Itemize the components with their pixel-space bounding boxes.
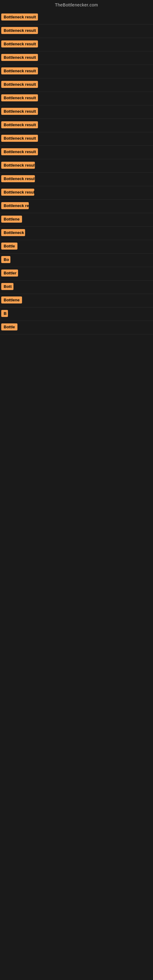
bottleneck-badge[interactable]: Bottleneck result (1, 189, 34, 196)
result-row: B (0, 307, 153, 321)
result-row: Bottleneck result (0, 38, 153, 51)
result-row: Bottle (0, 240, 153, 254)
result-row: Bott (0, 280, 153, 294)
result-row: Bottleneck result (0, 132, 153, 146)
result-row: Bottleneck result (0, 173, 153, 186)
bottleneck-badge[interactable]: Bottleneck result (1, 94, 38, 101)
result-row: Bo (0, 254, 153, 267)
bottleneck-badge[interactable]: Bottleneck result (1, 81, 38, 88)
bottleneck-badge[interactable]: Bottleneck result (1, 108, 38, 115)
site-title: TheBottlenecker.com (0, 0, 153, 11)
result-row: Bottleneck result (0, 51, 153, 65)
bottleneck-badge[interactable]: Bottleneck result (1, 54, 38, 61)
bottleneck-badge[interactable]: Bottleneck result (1, 27, 38, 34)
bottleneck-badge[interactable]: Bottleneck result (1, 148, 38, 155)
result-row: Bottleneck result (0, 119, 153, 132)
result-row: Bottlene (0, 294, 153, 307)
bottleneck-badge[interactable]: B (1, 310, 8, 317)
bottleneck-badge[interactable]: Bottle (1, 323, 18, 331)
badges-container: Bottleneck resultBottleneck resultBottle… (0, 11, 153, 334)
result-row: Bottleneck result (0, 65, 153, 78)
result-row: Bottleneck result (0, 11, 153, 24)
bottleneck-badge[interactable]: Bottle (1, 243, 18, 250)
result-row: Bottleneck result (0, 78, 153, 92)
bottleneck-badge[interactable]: Bottleneck result (1, 175, 35, 182)
result-row: Bottleneck result (0, 105, 153, 119)
result-row: Bottler (0, 267, 153, 280)
bottleneck-badge[interactable]: Bottleneck (1, 229, 25, 236)
bottleneck-badge[interactable]: Bo (1, 256, 10, 263)
bottleneck-badge[interactable]: Bottleneck result (1, 135, 38, 142)
bottleneck-badge[interactable]: Bottlene (1, 216, 22, 223)
result-row: Bottleneck (0, 227, 153, 240)
result-row: Bottlene (0, 213, 153, 227)
bottleneck-badge[interactable]: Bottleneck result (1, 162, 35, 169)
result-row: Bottleneck result (0, 186, 153, 200)
bottleneck-badge[interactable]: Bottler (1, 269, 18, 277)
bottleneck-badge[interactable]: Bottleneck re (1, 202, 29, 209)
bottleneck-badge[interactable]: Bottleneck result (1, 121, 38, 128)
result-row: Bottleneck result (0, 24, 153, 38)
result-row: Bottleneck result (0, 92, 153, 105)
result-row: Bottleneck result (0, 159, 153, 173)
result-row: Bottleneck result (0, 146, 153, 159)
bottleneck-badge[interactable]: Bottleneck result (1, 67, 38, 75)
result-row: Bottleneck re (0, 200, 153, 213)
bottleneck-badge[interactable]: Bottleneck result (1, 40, 38, 48)
result-row: Bottle (0, 321, 153, 334)
bottleneck-badge[interactable]: Bottlene (1, 296, 22, 304)
bottleneck-badge[interactable]: Bott (1, 283, 13, 290)
bottleneck-badge[interactable]: Bottleneck result (1, 13, 38, 21)
